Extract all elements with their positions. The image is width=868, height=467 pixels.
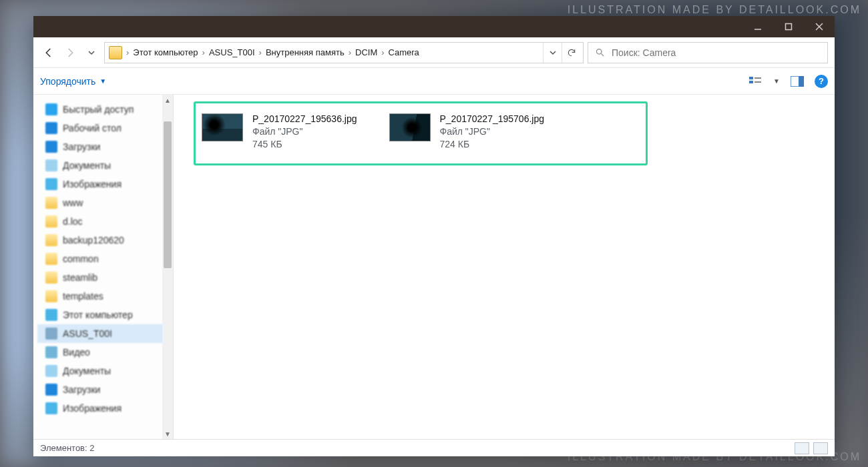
view-details-button[interactable] xyxy=(795,442,809,454)
search-box[interactable] xyxy=(588,42,828,63)
nav-item-label: ASUS_T00I xyxy=(63,328,112,339)
nav-item[interactable]: Видео xyxy=(37,343,173,362)
breadcrumb-segment[interactable]: Внутренняя память xyxy=(263,47,347,57)
phone-icon xyxy=(45,328,57,340)
nav-item-label: Этот компьютер xyxy=(63,310,133,320)
svg-rect-7 xyxy=(749,81,753,83)
window-close-button[interactable] xyxy=(804,16,835,37)
scroll-thumb[interactable] xyxy=(164,121,172,268)
svg-rect-9 xyxy=(754,81,761,83)
nav-item-label: Изображения xyxy=(63,403,122,414)
nav-item[interactable]: steamlib xyxy=(37,268,173,287)
view-large-icons-button[interactable] xyxy=(813,442,828,454)
folder-icon xyxy=(45,197,57,209)
nav-item-label: Быстрый доступ xyxy=(63,104,134,115)
nav-item[interactable]: Документы xyxy=(37,362,173,380)
nav-item[interactable]: common xyxy=(37,250,173,268)
nav-item[interactable]: www xyxy=(37,193,173,212)
preview-pane-button[interactable] xyxy=(791,75,804,88)
nav-item[interactable]: Изображения xyxy=(37,175,173,193)
file-size: 724 КБ xyxy=(440,139,545,149)
scroll-up-button[interactable]: ▲ xyxy=(162,95,173,105)
command-bar: Упорядочить ▼ ▼ ? xyxy=(33,68,835,95)
refresh-button[interactable] xyxy=(562,43,580,63)
nav-item-label: Документы xyxy=(63,366,111,376)
file-list-area[interactable]: P_20170227_195636.jpg Файл "JPG" 745 КБ … xyxy=(174,95,835,439)
nav-item-label: steamlib xyxy=(63,272,97,283)
file-item[interactable]: P_20170227_195706.jpg Файл "JPG" 724 КБ xyxy=(387,111,548,152)
navigation-pane[interactable]: Быстрый доступРабочий столЗагрузкиДокуме… xyxy=(33,95,174,439)
status-bar: Элементов: 2 xyxy=(33,439,835,456)
nav-item-label: Загрузки xyxy=(63,384,100,395)
chevron-right-icon[interactable]: › xyxy=(202,47,205,57)
svg-rect-8 xyxy=(754,77,761,79)
dl-icon xyxy=(45,384,57,396)
file-item[interactable]: P_20170227_195636.jpg Файл "JPG" 745 КБ xyxy=(199,111,360,152)
nav-item-label: Изображения xyxy=(63,179,122,189)
help-button[interactable]: ? xyxy=(815,75,828,88)
nav-item-label: common xyxy=(63,254,99,264)
breadcrumb-dropdown-button[interactable] xyxy=(543,43,562,63)
nav-item[interactable]: Документы xyxy=(37,156,173,175)
svg-rect-6 xyxy=(749,77,753,79)
nav-item[interactable]: Загрузки xyxy=(37,137,173,156)
file-name: P_20170227_195636.jpg xyxy=(252,113,357,124)
window-maximize-button[interactable] xyxy=(773,16,804,37)
chevron-right-icon[interactable]: › xyxy=(349,47,351,57)
nav-item-label: d.loc xyxy=(63,216,83,227)
folder-icon xyxy=(109,46,122,59)
nav-item-label: backup120620 xyxy=(63,235,124,246)
nav-item-label: templates xyxy=(63,291,103,302)
breadcrumb-segment[interactable]: DCIM xyxy=(353,47,380,57)
scroll-down-button[interactable]: ▼ xyxy=(162,428,173,439)
organize-button[interactable]: Упорядочить ▼ xyxy=(40,76,106,87)
chevron-right-icon[interactable]: › xyxy=(126,47,129,57)
folder-icon xyxy=(45,215,57,227)
nav-scrollbar[interactable]: ▲ ▼ xyxy=(162,95,173,439)
nav-back-button[interactable] xyxy=(40,44,57,61)
nav-item[interactable]: templates xyxy=(37,287,173,306)
desk-icon xyxy=(45,122,57,134)
folder-icon xyxy=(45,290,57,302)
nav-item-label: Видео xyxy=(63,347,90,358)
folder-icon xyxy=(45,253,57,265)
window-titlebar[interactable] xyxy=(33,16,835,37)
file-size: 745 КБ xyxy=(252,139,357,149)
address-bar: › Этот компьютер › ASUS_T00I › Внутрення… xyxy=(33,37,835,68)
view-options-button[interactable] xyxy=(749,75,763,88)
chevron-down-icon[interactable]: ▼ xyxy=(773,77,780,85)
search-icon xyxy=(595,47,605,57)
breadcrumb-segment[interactable]: ASUS_T00I xyxy=(206,47,258,57)
nav-item[interactable]: Загрузки xyxy=(37,380,173,399)
img-icon xyxy=(45,402,57,414)
dl-icon xyxy=(45,141,57,153)
nav-recent-dropdown[interactable] xyxy=(83,44,100,61)
nav-item[interactable]: d.loc xyxy=(37,212,173,231)
doc-icon xyxy=(45,365,57,377)
nav-item[interactable]: backup120620 xyxy=(37,231,173,250)
nav-item[interactable]: ASUS_T00I xyxy=(37,324,173,343)
chevron-right-icon[interactable]: › xyxy=(381,47,384,57)
nav-item[interactable]: Этот компьютер xyxy=(37,306,173,324)
window-minimize-button[interactable] xyxy=(742,16,773,37)
breadcrumb-segment[interactable]: Camera xyxy=(386,47,422,57)
nav-forward-button[interactable] xyxy=(61,44,79,61)
breadcrumb-segment[interactable]: Этот компьютер xyxy=(130,47,200,57)
svg-line-5 xyxy=(601,53,604,56)
chevron-right-icon[interactable]: › xyxy=(259,47,262,57)
file-thumbnail xyxy=(202,113,243,141)
nav-item[interactable]: Изображения xyxy=(37,399,173,418)
star-icon xyxy=(45,103,57,115)
pc-icon xyxy=(45,309,57,321)
item-count-label: Элементов: 2 xyxy=(40,443,94,453)
svg-point-4 xyxy=(597,49,602,55)
nav-item[interactable]: Быстрый доступ xyxy=(37,100,173,119)
nav-item-label: Загрузки xyxy=(63,141,100,152)
nav-item-label: Рабочий стол xyxy=(63,123,122,133)
chevron-down-icon: ▼ xyxy=(99,77,106,85)
nav-item[interactable]: Рабочий стол xyxy=(37,119,173,137)
search-input[interactable] xyxy=(612,47,821,58)
breadcrumb[interactable]: › Этот компьютер › ASUS_T00I › Внутрення… xyxy=(104,42,584,63)
folder-icon xyxy=(45,234,57,246)
file-thumbnail xyxy=(389,113,431,141)
